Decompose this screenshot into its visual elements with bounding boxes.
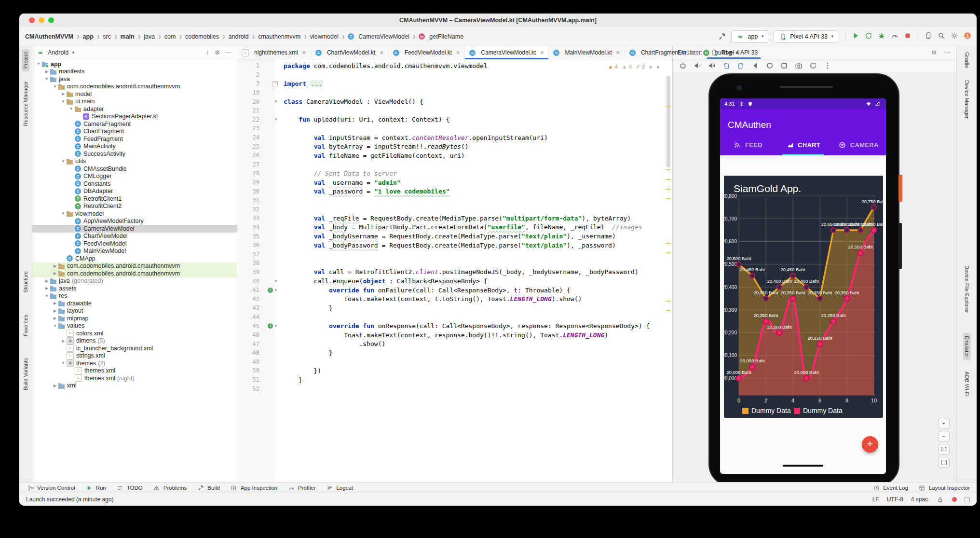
expand-icon[interactable]: ▶	[52, 316, 58, 320]
close-icon[interactable]: ✕	[690, 50, 694, 56]
toolwindow-button-problems[interactable]: Problems	[152, 483, 187, 492]
breadcrumb-item[interactable]: viewmodel	[309, 33, 340, 41]
close-icon[interactable]: ✕	[616, 50, 620, 56]
tree-item[interactable]: ▼app	[32, 60, 237, 68]
sidebar-item-adb-wi-fi[interactable]: ADB Wi-Fi	[957, 369, 977, 399]
sidebar-item-emulator[interactable]: Emulator	[957, 333, 977, 360]
tree-item[interactable]: CCameraFragment	[32, 120, 237, 128]
expand-icon[interactable]: ▶	[52, 384, 58, 388]
screenshot-button[interactable]	[794, 62, 803, 70]
app-tab-chart[interactable]: CHART	[776, 134, 831, 155]
tree-item[interactable]: ▼com.codemobiles.android.cmauthenmvvm	[32, 83, 237, 91]
tree-item[interactable]: CFeedViewModel	[32, 240, 237, 248]
close-icon[interactable]: ✕	[302, 50, 306, 56]
tree-item[interactable]: ▶drawable	[32, 300, 237, 307]
breadcrumb-item[interactable]: CMAuthenMVVM	[24, 33, 74, 41]
status-item[interactable]: LF	[872, 496, 879, 503]
zoom-−-button[interactable]: −	[938, 431, 950, 441]
expand-icon[interactable]: ▼	[60, 159, 67, 164]
editor-tab[interactable]: CChartFragment.kt✕	[625, 46, 699, 59]
stop-button[interactable]	[903, 31, 912, 41]
tree-item[interactable]: ≡themes.xml	[32, 367, 237, 375]
home-indicator[interactable]	[783, 465, 823, 467]
tree-item[interactable]: CAppViewModelFactory	[32, 218, 237, 225]
snapshots-button[interactable]	[809, 62, 817, 70]
editor-scrollbar[interactable]	[666, 59, 671, 483]
editor-tab[interactable]: CFeedViewModel.kt✕	[389, 46, 465, 59]
expand-icon[interactable]: ▶	[52, 301, 58, 305]
status-item[interactable]: UTF-8	[887, 496, 903, 503]
breadcrumb-item[interactable]: src	[102, 33, 112, 41]
expand-icon[interactable]: ▼	[43, 294, 50, 298]
breadcrumb-item[interactable]: cmauthenmvvm	[257, 33, 301, 41]
breadcrumb-item[interactable]: CCameraViewModel	[347, 33, 410, 41]
more-button[interactable]	[823, 62, 831, 70]
add-fab-button[interactable]: +	[862, 436, 878, 453]
tree-item[interactable]: CChartViewModel	[32, 233, 237, 240]
breadcrumb-item[interactable]: android	[228, 33, 250, 41]
expand-icon[interactable]: ▼	[68, 107, 75, 111]
search-button[interactable]	[937, 31, 946, 41]
app-tab-camera[interactable]: CAMERA	[830, 134, 886, 155]
tree-item[interactable]: CConstants	[32, 180, 237, 188]
hide-panel-icon[interactable]: —	[943, 49, 952, 56]
next-highlight-icon[interactable]: ∨	[656, 64, 660, 69]
fold-collapse-icon[interactable]: ▼	[274, 324, 278, 328]
expand-icon[interactable]: ▼	[35, 62, 42, 66]
tree-item[interactable]: ▶≣dimens(5)	[32, 337, 237, 345]
run-configuration-selector[interactable]: app▼	[731, 30, 769, 43]
tree-item[interactable]: ▶manifests	[32, 68, 237, 76]
toolwindow-button-layout-inspector[interactable]: Layout Inspector	[918, 483, 970, 492]
sidebar-item-favorites[interactable]: Favorites	[19, 312, 32, 339]
tree-item[interactable]: TRetrofitClient1	[32, 195, 237, 203]
sidebar-item-structure[interactable]: Structure	[19, 268, 32, 296]
profile-button[interactable]	[890, 31, 899, 41]
tree-item[interactable]: ▶xml	[32, 382, 237, 390]
tree-item[interactable]: KSectionsPagerAdapter.kt	[32, 113, 237, 121]
breadcrumb-item[interactable]: app	[82, 33, 95, 41]
rotate-right-button[interactable]	[736, 62, 745, 70]
breadcrumb-item[interactable]: java	[143, 33, 156, 41]
toolwindow-button-todo[interactable]: TODO	[116, 483, 143, 492]
expand-icon[interactable]: ▼	[60, 99, 67, 104]
tree-item[interactable]: ▼ui.main	[32, 98, 237, 106]
gear-icon[interactable]: ⚙	[930, 49, 938, 56]
breadcrumb-item[interactable]: main	[120, 33, 136, 41]
expand-icon[interactable]: ▶	[43, 69, 50, 74]
expand-icon[interactable]: ▶	[52, 264, 58, 268]
expand-icon[interactable]: ▶	[52, 309, 58, 313]
tree-item[interactable]: ▼res	[32, 292, 237, 300]
tree-item[interactable]: ▶model	[32, 90, 237, 98]
toolwindow-button-profiler[interactable]: Profiler	[287, 483, 315, 492]
fold-expand-icon[interactable]: +	[272, 81, 278, 86]
home-button[interactable]	[765, 62, 774, 70]
tree-item[interactable]: CCameraViewModel	[32, 225, 237, 233]
run-button[interactable]	[851, 31, 860, 41]
tree-item[interactable]: CMainActivity	[32, 143, 237, 151]
debug-button[interactable]	[877, 31, 886, 41]
close-icon[interactable]: ✕	[456, 50, 460, 56]
gear-icon[interactable]: ⚙	[213, 49, 221, 56]
expand-icon[interactable]: ▶	[60, 339, 67, 343]
sidebar-item-device-manager[interactable]: Device Manager	[957, 77, 977, 122]
sidebar-item-resource-manager[interactable]: Resource Manager	[19, 78, 32, 129]
prev-highlight-icon[interactable]: ∧	[649, 64, 652, 69]
tree-item[interactable]: ▼≣themes(2)	[32, 359, 237, 367]
tree-item[interactable]: ▶java(generated)	[32, 277, 237, 285]
toolwindow-button-logcat[interactable]: Logcat	[325, 483, 353, 492]
tree-item[interactable]: CCMLogger	[32, 173, 237, 180]
tree-item[interactable]: ▼values	[32, 322, 237, 330]
sidebar-item-build-variants[interactable]: Build Variants	[19, 355, 32, 393]
expand-icon[interactable]: ▶	[52, 271, 58, 276]
zoom-fit-button[interactable]	[938, 457, 950, 468]
tree-item[interactable]: CSuccessActivity	[32, 150, 237, 158]
expand-icon[interactable]: ▼	[52, 324, 58, 328]
editor-tab[interactable]: CCameraViewModel.kt✕	[465, 46, 549, 59]
phone-screen[interactable]: 4:31 CMAuthen FEEDCHARTCAMERA 20,00020,1…	[720, 98, 886, 474]
tree-item[interactable]: ≡ic_launcher_background.xml	[32, 345, 237, 352]
volume-down-button[interactable]	[693, 62, 701, 70]
toolwindow-button-event-log[interactable]: Event Log	[872, 483, 908, 492]
close-icon[interactable]: ✕	[540, 50, 544, 56]
close-icon[interactable]: ✕	[379, 50, 383, 56]
tree-item[interactable]: ▼viewmodel	[32, 210, 237, 218]
